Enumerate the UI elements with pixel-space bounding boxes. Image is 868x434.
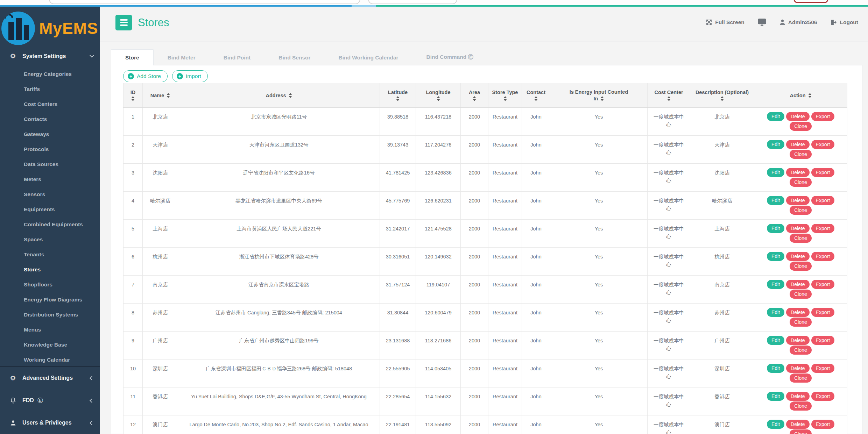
sidebar-item-shopfloors[interactable]: Shopfloors [0, 277, 100, 292]
tab-bind-working-calendar[interactable]: Bind Working Calendar [325, 50, 412, 65]
edit-button[interactable]: Edit [767, 168, 784, 177]
export-button[interactable]: Export [811, 252, 834, 261]
app-logo[interactable]: MyEMS [0, 7, 100, 49]
export-button[interactable]: Export [811, 168, 834, 177]
export-button[interactable]: Export [811, 112, 834, 121]
export-button[interactable]: Export [811, 364, 834, 373]
edit-button[interactable]: Edit [767, 420, 784, 429]
sidebar-item-tenants[interactable]: Tenants [0, 247, 100, 262]
sidebar-item-protocols[interactable]: Protocols [0, 142, 100, 157]
sidebar-item-contacts[interactable]: Contacts [0, 112, 100, 127]
sidebar-item-knowledge-base[interactable]: Knowledge Base [0, 337, 100, 352]
column-header-address[interactable]: Address [178, 83, 380, 108]
sidebar-item-stores[interactable]: Stores [0, 262, 100, 277]
clone-button[interactable]: Clone [790, 429, 812, 434]
edit-button[interactable]: Edit [767, 252, 784, 261]
clone-button[interactable]: Clone [790, 346, 812, 355]
export-button[interactable]: Export [811, 140, 834, 149]
edit-button[interactable]: Edit [767, 336, 784, 345]
sidebar-section-system-settings[interactable]: ⚙ System Settings [0, 49, 100, 64]
add-store-button[interactable]: + Add Store [123, 70, 168, 82]
delete-button[interactable]: Delete [786, 140, 809, 149]
clone-button[interactable]: Clone [790, 234, 812, 243]
column-header-latitude[interactable]: Latitude [380, 83, 416, 108]
cell-address: 江苏省苏州市 Canglang, 三香路345号 邮政编码: 215004 [178, 304, 380, 332]
delete-button[interactable]: Delete [786, 280, 809, 289]
sidebar-section-users-privileges[interactable]: Users & Privileges [0, 412, 100, 434]
clone-button[interactable]: Clone [790, 318, 812, 327]
monitor-button[interactable] [758, 19, 766, 26]
sidebar-item-tariffs[interactable]: Tariffs [0, 81, 100, 97]
sidebar-item-cost-centers[interactable]: Cost Centers [0, 97, 100, 112]
delete-button[interactable]: Delete [786, 168, 809, 177]
tab-bind-command[interactable]: Bind Command Ⓔ [412, 49, 487, 65]
user-menu[interactable]: Admin2506 [779, 19, 817, 26]
column-header-description[interactable]: Description (Optional) [690, 83, 754, 108]
sidebar-section-advanced-settings[interactable]: ⚙Advanced Settings [0, 367, 100, 389]
edit-button[interactable]: Edit [767, 364, 784, 373]
clone-button[interactable]: Clone [790, 290, 812, 299]
delete-button[interactable]: Delete [786, 224, 809, 233]
sidebar-section-fdd[interactable]: FDD Ⓔ [0, 389, 100, 412]
clone-button[interactable]: Clone [790, 262, 812, 271]
tab-bind-sensor[interactable]: Bind Sensor [264, 50, 324, 65]
column-header-store_type[interactable]: Store Type [488, 83, 522, 108]
column-header-longitude[interactable]: Longitude [416, 83, 461, 108]
delete-button[interactable]: Delete [786, 392, 809, 401]
sidebar-item-working-calendar[interactable]: Working Calendar [0, 352, 100, 367]
sidebar-item-energy-flow-diagrams[interactable]: Energy Flow Diagrams [0, 292, 100, 307]
sidebar-item-sensors[interactable]: Sensors [0, 187, 100, 202]
export-button[interactable]: Export [811, 336, 834, 345]
delete-button[interactable]: Delete [786, 112, 809, 121]
edit-button[interactable]: Edit [767, 280, 784, 289]
clone-button[interactable]: Clone [790, 150, 812, 159]
column-header-name[interactable]: Name [143, 83, 178, 108]
column-header-counted[interactable]: Is Energy Input CountedIn [550, 83, 648, 108]
column-header-id[interactable]: ID [124, 83, 143, 108]
sidebar-item-menus[interactable]: Menus [0, 322, 100, 337]
column-header-action[interactable]: Action [754, 83, 847, 108]
clone-button[interactable]: Clone [790, 178, 812, 187]
delete-button[interactable]: Delete [786, 336, 809, 345]
sidebar-item-combined-equipments[interactable]: Combined Equipments [0, 217, 100, 232]
export-button[interactable]: Export [811, 224, 834, 233]
edit-button[interactable]: Edit [767, 140, 784, 149]
export-button[interactable]: Export [811, 280, 834, 289]
sidebar-item-gateways[interactable]: Gateways [0, 127, 100, 142]
column-header-cost_center[interactable]: Cost Center [648, 83, 690, 108]
sidebar-item-equipments[interactable]: Equipments [0, 202, 100, 217]
clone-button[interactable]: Clone [790, 373, 812, 383]
export-button[interactable]: Export [811, 392, 834, 401]
delete-button[interactable]: Delete [786, 252, 809, 261]
full-screen-button[interactable]: Full Screen [706, 19, 744, 26]
tab-bind-point[interactable]: Bind Point [210, 50, 265, 65]
tab-store[interactable]: Store [111, 49, 154, 65]
delete-button[interactable]: Delete [786, 364, 809, 373]
cell-area: 2000 [461, 387, 488, 415]
column-header-area[interactable]: Area [461, 83, 488, 108]
export-button[interactable]: Export [811, 420, 834, 429]
edit-button[interactable]: Edit [767, 308, 784, 317]
edit-button[interactable]: Edit [767, 112, 784, 121]
sidebar-item-energy-categories[interactable]: Energy Categories [0, 66, 100, 81]
export-button[interactable]: Export [811, 196, 834, 205]
delete-button[interactable]: Delete [786, 196, 809, 205]
delete-button[interactable]: Delete [786, 308, 809, 317]
edit-button[interactable]: Edit [767, 196, 784, 205]
edit-button[interactable]: Edit [767, 392, 784, 401]
import-button[interactable]: + Import [172, 70, 208, 82]
edit-button[interactable]: Edit [767, 224, 784, 233]
clone-button[interactable]: Clone [790, 122, 812, 131]
logout-button[interactable]: Logout [830, 19, 858, 26]
clone-button[interactable]: Clone [790, 206, 812, 215]
tab-bind-meter[interactable]: Bind Meter [154, 50, 210, 65]
clone-button[interactable]: Clone [790, 401, 812, 411]
sidebar-item-distribution-systems[interactable]: Distribution Systems [0, 307, 100, 322]
sidebar-item-spaces[interactable]: Spaces [0, 232, 100, 247]
column-header-contact[interactable]: Contact [522, 83, 550, 108]
toggle-sidebar-button[interactable] [115, 15, 132, 30]
export-button[interactable]: Export [811, 308, 834, 317]
sidebar-item-data-sources[interactable]: Data Sources [0, 157, 100, 172]
sidebar-item-meters[interactable]: Meters [0, 172, 100, 187]
delete-button[interactable]: Delete [786, 420, 809, 429]
